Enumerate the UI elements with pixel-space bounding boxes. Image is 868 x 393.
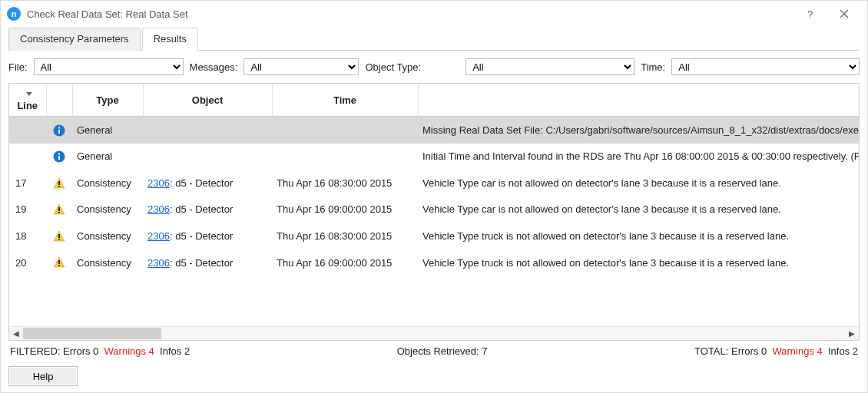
svg-rect-20 bbox=[58, 265, 60, 266]
cell-icon bbox=[46, 249, 72, 276]
time-label: Time: bbox=[641, 61, 665, 73]
cell-line: 20 bbox=[9, 249, 46, 276]
file-select[interactable]: All bbox=[34, 58, 184, 75]
col-time[interactable]: Time bbox=[272, 84, 418, 117]
cell-type: Consistency bbox=[72, 170, 143, 196]
col-object[interactable]: Object bbox=[143, 84, 272, 117]
table-row[interactable]: GeneralMissing Real Data Set File: C:/Us… bbox=[9, 117, 859, 144]
help-button[interactable]: Help bbox=[8, 366, 78, 386]
svg-rect-4 bbox=[58, 130, 60, 134]
table-row[interactable]: GeneralInitial Time and Interval found i… bbox=[9, 144, 859, 170]
warning-icon bbox=[53, 203, 65, 215]
cell-object bbox=[143, 144, 272, 170]
cell-object bbox=[143, 117, 272, 144]
cell-time bbox=[272, 117, 418, 144]
table-row[interactable]: 20Consistency2306: d5 - DetectorThu Apr … bbox=[9, 249, 859, 276]
svg-rect-7 bbox=[58, 156, 60, 160]
titlebar: n Check Real Data Set: Real Data Set ? bbox=[1, 1, 867, 27]
cell-type: Consistency bbox=[72, 223, 143, 249]
object-rest: : d5 - Detector bbox=[170, 230, 233, 242]
close-button[interactable] bbox=[827, 3, 861, 25]
cell-icon bbox=[46, 144, 72, 170]
svg-rect-13 bbox=[58, 207, 60, 211]
cell-time: Thu Apr 16 09:00:00 2015 bbox=[272, 249, 418, 276]
col-message[interactable] bbox=[418, 84, 859, 117]
total-warnings: Warnings 4 bbox=[772, 345, 822, 357]
cell-object: 2306: d5 - Detector bbox=[143, 196, 272, 223]
time-select[interactable]: All bbox=[671, 58, 860, 75]
object-rest: : d5 - Detector bbox=[170, 177, 233, 189]
col-icon[interactable] bbox=[46, 84, 72, 117]
object-link[interactable]: 2306 bbox=[147, 203, 170, 215]
col-line[interactable]: Line bbox=[9, 84, 46, 117]
horizontal-scrollbar[interactable]: ◀ ▶ bbox=[9, 326, 859, 340]
filtered-errors: FILTERED: Errors 0 bbox=[10, 345, 98, 357]
scroll-thumb[interactable] bbox=[23, 328, 161, 339]
object-type-select[interactable]: All bbox=[465, 58, 634, 75]
object-link[interactable]: 2306 bbox=[147, 257, 170, 269]
svg-rect-16 bbox=[58, 234, 60, 238]
cell-object: 2306: d5 - Detector bbox=[143, 223, 272, 249]
cell-message: Vehicle Type truck is not allowed on det… bbox=[418, 249, 859, 276]
cell-object: 2306: d5 - Detector bbox=[143, 249, 272, 276]
scroll-left-arrow-icon[interactable]: ◀ bbox=[9, 327, 23, 340]
cell-type: General bbox=[72, 117, 143, 144]
cell-line: 18 bbox=[9, 223, 46, 249]
tab-consistency-parameters[interactable]: Consistency Parameters bbox=[8, 28, 141, 51]
object-link[interactable]: 2306 bbox=[147, 230, 170, 242]
svg-rect-8 bbox=[58, 154, 60, 155]
warning-icon bbox=[53, 177, 65, 188]
filter-bar: File: All Messages: All Object Type: All… bbox=[8, 58, 860, 75]
table-row[interactable]: 17Consistency2306: d5 - DetectorThu Apr … bbox=[9, 170, 859, 196]
messages-select[interactable]: All bbox=[244, 58, 359, 75]
cell-object: 2306: d5 - Detector bbox=[143, 170, 272, 196]
cell-message: Vehicle Type car is not allowed on detec… bbox=[418, 196, 859, 223]
svg-text:?: ? bbox=[807, 9, 813, 18]
tab-results[interactable]: Results bbox=[142, 28, 198, 51]
svg-rect-5 bbox=[58, 127, 60, 128]
table-row[interactable]: 18Consistency2306: d5 - DetectorThu Apr … bbox=[9, 223, 859, 249]
cell-message: Vehicle Type truck is not allowed on det… bbox=[418, 223, 859, 249]
window-title: Check Real Data Set: Real Data Set bbox=[27, 8, 188, 20]
help-hint-button[interactable]: ? bbox=[793, 3, 827, 25]
object-type-label: Object Type: bbox=[365, 61, 421, 73]
cell-icon bbox=[46, 170, 72, 196]
object-link[interactable]: 2306 bbox=[147, 177, 170, 189]
cell-type: Consistency bbox=[72, 249, 143, 276]
results-table-wrap: Line Type Object Time GeneralMissing Rea… bbox=[8, 83, 860, 341]
col-type[interactable]: Type bbox=[72, 84, 143, 117]
svg-rect-19 bbox=[58, 260, 60, 264]
cell-type: Consistency bbox=[72, 196, 143, 223]
close-icon bbox=[840, 9, 849, 18]
question-icon: ? bbox=[806, 9, 815, 18]
table-row[interactable]: 19Consistency2306: d5 - DetectorThu Apr … bbox=[9, 196, 859, 223]
total-errors: TOTAL: Errors 0 bbox=[694, 345, 767, 357]
tabs: Consistency Parameters Results bbox=[8, 27, 860, 51]
svg-rect-10 bbox=[58, 181, 60, 185]
cell-icon bbox=[46, 196, 72, 223]
filtered-warnings: Warnings 4 bbox=[104, 345, 154, 357]
info-icon bbox=[53, 124, 65, 135]
file-label: File: bbox=[8, 61, 28, 73]
app-icon: n bbox=[7, 7, 21, 21]
cell-message: Initial Time and Interval found in the R… bbox=[418, 144, 859, 170]
scroll-right-arrow-icon[interactable]: ▶ bbox=[845, 327, 859, 340]
svg-rect-17 bbox=[58, 239, 60, 240]
object-rest: : d5 - Detector bbox=[170, 203, 233, 215]
objects-retrieved: Objects Retrieved: 7 bbox=[190, 345, 694, 357]
cell-line: 17 bbox=[9, 170, 46, 196]
cell-message: Missing Real Data Set File: C:/Users/gab… bbox=[418, 117, 859, 144]
results-table: Line Type Object Time GeneralMissing Rea… bbox=[9, 84, 859, 276]
cell-icon bbox=[46, 117, 72, 144]
warning-icon bbox=[53, 230, 65, 241]
cell-line: 19 bbox=[9, 196, 46, 223]
table-header-row: Line Type Object Time bbox=[9, 84, 859, 117]
cell-time: Thu Apr 16 09:00:00 2015 bbox=[272, 196, 418, 223]
warning-icon bbox=[53, 256, 65, 268]
cell-type: General bbox=[72, 144, 143, 170]
cell-time bbox=[272, 144, 418, 170]
scroll-track[interactable] bbox=[23, 327, 845, 340]
info-icon bbox=[53, 150, 65, 162]
total-infos: Infos 2 bbox=[828, 345, 858, 357]
cell-time: Thu Apr 16 08:30:00 2015 bbox=[272, 170, 418, 196]
